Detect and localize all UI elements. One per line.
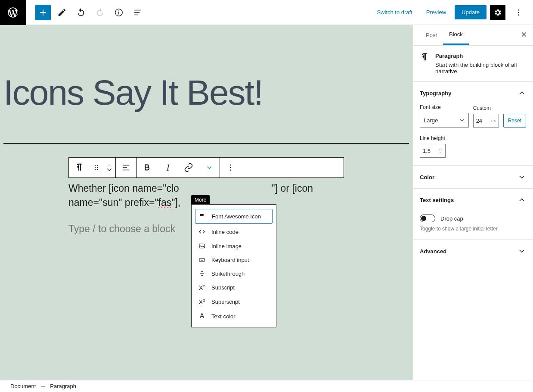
more-formatting-button[interactable] [199,158,220,177]
formatting-dropdown: Font Awesome Icon Inline code Inline ima… [191,204,276,327]
tab-block[interactable]: Block [443,25,469,45]
font-size-select[interactable]: Large [420,113,469,128]
drop-cap-label: Drop cap [440,215,463,222]
svg-rect-14 [199,258,205,261]
svg-point-8 [97,167,98,168]
svg-rect-13 [199,244,205,248]
block-more-button[interactable] [220,158,241,177]
dropdown-keyboard-input[interactable]: Keyboard input [192,253,276,267]
wordpress-logo[interactable] [0,0,26,25]
strikethrough-icon [198,270,206,277]
drop-cap-toggle[interactable] [420,215,435,222]
breadcrumb-paragraph[interactable]: Paragraph [50,383,76,389]
color-panel-toggle[interactable]: Color [413,166,533,188]
chevron-up-icon [518,196,526,204]
chevron-up-icon [518,89,526,97]
line-height-input[interactable]: 1.5 [420,144,446,158]
drag-handle[interactable] [90,164,103,171]
add-block-button[interactable] [35,5,51,20]
italic-button[interactable]: I [158,158,178,177]
svg-point-9 [97,169,98,170]
link-button[interactable] [178,158,199,177]
move-up-down[interactable] [103,163,115,172]
advanced-panel-toggle[interactable]: Advanced [413,240,533,262]
code-icon [198,228,206,236]
dropdown-font-awesome-icon[interactable]: Font Awesome Icon [195,209,273,224]
undo-button[interactable] [73,5,89,20]
chevron-down-icon [518,173,526,181]
update-button[interactable]: Update [455,5,487,19]
block-title: Paragraph [435,53,526,59]
breadcrumb: Document → Paragraph [0,380,533,392]
align-button[interactable] [116,158,136,177]
svg-point-2 [518,12,519,13]
reset-button[interactable]: Reset [503,114,526,128]
switch-to-draft-button[interactable]: Switch to draft [372,6,417,19]
page-title[interactable]: Icons Say It Best! [0,25,412,113]
line-height-label: Line height [420,135,446,141]
settings-sidebar: Post Block Paragraph Start with the buil… [412,25,533,380]
svg-point-11 [230,167,231,168]
paragraph-text-underlined: fas [158,197,172,208]
custom-size-input[interactable]: 24 PX [473,114,499,128]
dropdown-strikethrough[interactable]: Strikethrough [192,267,276,280]
drop-cap-hint: Toggle to show a large initial letter. [420,226,526,232]
text-settings-panel-toggle[interactable]: Text settings [413,189,533,211]
svg-point-7 [97,165,98,166]
dropdown-inline-image[interactable]: Inline image [192,239,276,253]
more-options-button[interactable] [511,5,526,20]
flag-icon [198,213,207,220]
font-size-label: Font size [420,104,469,110]
svg-point-1 [518,9,519,10]
dropdown-inline-code[interactable]: Inline code [192,224,276,239]
separator [3,143,409,144]
breadcrumb-separator: → [40,383,46,389]
paragraph-text-part1: Whether [icon name="clo [68,183,179,194]
preview-button[interactable]: Preview [421,6,451,19]
outline-button[interactable] [130,5,146,20]
dropdown-subscript[interactable]: X2 Subscript [192,280,276,295]
top-toolbar: Switch to draft Preview Update [0,0,533,25]
paragraph-icon [420,53,429,75]
custom-label: Custom [473,105,499,111]
info-button[interactable] [111,5,127,20]
dropdown-text-color[interactable]: A Text color [192,309,276,324]
bold-button[interactable] [137,158,158,177]
keyboard-icon [198,256,206,263]
subscript-icon: X2 [198,284,206,291]
svg-point-5 [95,167,96,168]
dropdown-superscript[interactable]: X2 Superscript [192,295,276,309]
typography-panel-toggle[interactable]: Typography [413,82,533,104]
block-toolbar: I [68,157,344,178]
chevron-down-icon [518,247,526,255]
paragraph-type-button[interactable] [69,158,90,177]
svg-point-10 [230,165,231,166]
text-color-icon: A [198,312,206,320]
breadcrumb-document[interactable]: Document [10,383,36,389]
more-tooltip: More [191,195,210,205]
block-description: Start with the building block of all nar… [435,62,526,75]
superscript-icon: X2 [198,298,206,305]
image-icon [198,243,206,249]
close-sidebar-button[interactable] [520,31,528,40]
svg-point-3 [518,14,519,16]
paragraph-text-tail: "], [171,197,180,208]
edit-mode-button[interactable] [54,5,70,20]
settings-button[interactable] [490,5,505,20]
redo-button[interactable] [92,5,108,20]
editor-canvas: Icons Say It Best! [0,25,412,380]
tab-post[interactable]: Post [420,26,443,44]
svg-point-4 [95,165,96,166]
svg-point-12 [230,170,231,171]
svg-point-6 [95,169,96,170]
